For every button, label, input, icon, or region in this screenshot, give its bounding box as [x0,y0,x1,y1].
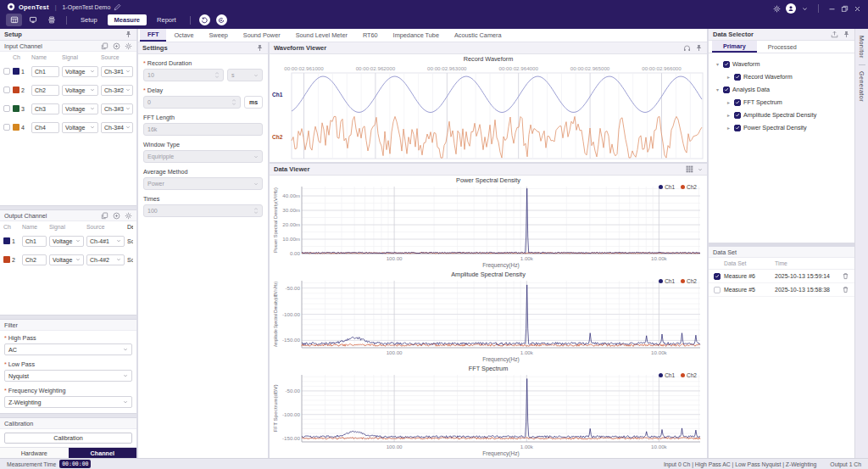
output-ch2-signal-select[interactable]: Voltage [49,254,84,265]
listen-button[interactable] [683,44,691,52]
output-channel-settings-button[interactable] [125,212,132,220]
output-ch2-name-field[interactable]: Ch2 [22,254,47,265]
collapse-icon[interactable]: ▾ [715,87,721,92]
setup-tab-hardware[interactable]: Hardware [0,448,69,458]
input-ch2-source-select[interactable]: Ch-3#2 [101,85,133,96]
output-ch2-source-select[interactable]: Ch-4#2 [86,254,125,265]
tree-checkbox-fft-spectrum[interactable] [734,99,741,106]
delete-data-set-button[interactable] [842,272,849,280]
expand-icon[interactable]: ▸ [726,125,732,131]
input-ch4-signal-select[interactable]: Voltage [62,122,98,133]
measure-tab-impedance-tube[interactable]: Impedance Tube [386,29,447,42]
monitor-view-button[interactable] [25,14,41,26]
record-duration-input[interactable]: 10 [143,69,224,81]
input-ch2-checkbox[interactable] [3,87,10,93]
data-selector-tab-processed[interactable]: Processed [757,41,808,53]
record-waveform-plot[interactable]: 00:00:02.96100000:00:02.96200000:00:02.9… [270,64,707,162]
low-pass-select[interactable]: Nyquist [4,370,132,382]
average-method-select[interactable]: Power [143,177,263,190]
delay-input[interactable]: 0 [143,96,241,109]
tree-checkbox-power-spectral-density[interactable] [734,125,741,131]
data-selector-tab-primary[interactable]: Primary [712,41,757,53]
expand-icon[interactable]: ▸ [726,99,732,105]
expand-icon[interactable]: ▸ [726,74,732,80]
expand-icon[interactable]: ▸ [726,112,732,118]
input-ch1-source-select[interactable]: Ch-3#1 [101,66,133,77]
input-ch4-source-select[interactable]: Ch-3#4 [101,122,133,133]
fft-spectrum-plot[interactable]: -50.00-100.00-150.00100.001.00k10.00kFre… [271,373,705,458]
input-ch1-checkbox[interactable] [3,68,10,75]
input-ch3-checkbox[interactable] [3,105,10,112]
calibration-button[interactable]: Calibration [4,433,132,444]
tree-checkbox-amplitude-spectral-density[interactable] [734,112,741,119]
copy-channels-button[interactable] [101,42,108,50]
power-spectral-density-plot[interactable]: 40.00m30.00m20.00m10.00m0.00100.001.00k1… [271,185,705,270]
measure-tab-sound-level-meter[interactable]: Sound Level Meter [288,29,355,42]
add-output-button[interactable] [113,212,120,220]
measure-tab-rt60[interactable]: RT60 [355,29,386,42]
pin-panel-button[interactable] [125,31,132,38]
user-avatar[interactable] [786,3,796,14]
frequency-weighting-select[interactable]: Z-Weighting [4,396,132,408]
tree-item-fft-spectrum[interactable]: ▸ FFT Spectrum [711,96,852,109]
minimize-icon[interactable] [828,5,836,13]
measure-tab-sound-power[interactable]: Sound Power [236,29,288,42]
side-tab-generator[interactable]: Generator [858,71,865,102]
record-duration-unit-select[interactable]: s [227,69,263,81]
side-tab-monitor[interactable]: Monitor [858,36,865,59]
nav-setup[interactable]: Setup [74,14,104,25]
tree-checkbox-analysis-data[interactable] [723,87,730,93]
tree-item-record-waveform[interactable]: ▸ Record Waveform [711,70,852,83]
data-set-row-measure-5[interactable]: Measure #5 2025-10-13 15:58:38 [709,283,854,297]
setup-tab-channel[interactable]: Channel [69,448,137,458]
collapse-icon[interactable]: ▾ [715,61,721,67]
input-ch2-name-field[interactable]: Ch2 [31,85,59,96]
undo-button[interactable] [199,14,210,25]
layout-caret-button[interactable] [698,167,703,172]
input-ch4-checkbox[interactable] [3,124,10,131]
times-input[interactable]: 100 [143,204,263,217]
input-ch1-signal-select[interactable]: Voltage [62,66,98,77]
measure-tab-sweep[interactable]: Sweep [202,29,236,42]
data-set-row-measure-6[interactable]: Measure #6 2025-10-13 15:59:14 [709,270,854,283]
restore-window-icon[interactable] [841,5,849,13]
pin-panel-button[interactable] [843,31,850,38]
data-set-checkbox-measure-5[interactable] [714,287,721,293]
device-stack-button[interactable] [43,14,59,26]
app-settings-gear-icon[interactable] [773,5,781,13]
window-type-select[interactable]: Equiripple [143,150,263,163]
tree-item-amplitude-spectral-density[interactable]: ▸ Amplitude Spectral Density [711,109,852,121]
delete-data-set-button[interactable] [842,286,849,293]
copy-output-button[interactable] [101,212,108,220]
input-ch2-signal-select[interactable]: Voltage [62,85,98,96]
nav-measure[interactable]: Measure [108,14,147,25]
tree-checkbox-waveform[interactable] [723,61,730,68]
pin-panel-button[interactable] [695,44,703,52]
measure-tab-acoustic-camera[interactable]: Acoustic Camera [447,29,509,42]
output-ch1-signal-select[interactable]: Voltage [49,236,84,247]
nav-report[interactable]: Report [150,14,183,25]
input-ch3-name-field[interactable]: Ch3 [31,103,59,114]
measure-tab-fft[interactable]: FFT [140,29,166,42]
tree-item-analysis-data[interactable]: ▾ Analysis Data [711,83,852,96]
output-ch1-name-field[interactable]: Ch1 [22,236,47,247]
input-channel-settings-button[interactable] [125,42,132,50]
edit-title-icon[interactable] [114,3,121,11]
high-pass-select[interactable]: AC [4,343,132,355]
data-set-checkbox-measure-6[interactable] [714,273,721,280]
restart-run-button[interactable] [216,14,227,25]
measure-tab-octave[interactable]: Octave [166,29,201,42]
channel-grid-view-button[interactable] [6,14,22,26]
tree-item-waveform[interactable]: ▾ Waveform [711,58,852,70]
user-menu-caret-icon[interactable] [801,5,809,13]
input-ch3-signal-select[interactable]: Voltage [62,103,98,114]
input-ch4-name-field[interactable]: Ch4 [31,122,59,133]
pin-panel-button[interactable] [256,44,264,52]
tree-checkbox-record-waveform[interactable] [734,74,741,81]
input-ch3-source-select[interactable]: Ch-3#3 [101,103,133,114]
fft-length-input[interactable]: 16k [143,123,263,136]
close-icon[interactable] [854,5,861,13]
output-ch1-source-select[interactable]: Ch-4#1 [86,236,125,247]
add-channel-button[interactable] [113,42,120,50]
amplitude-spectral-density-plot[interactable]: -50.00-100.00-150.00100.001.00k10.00kFre… [271,279,705,364]
